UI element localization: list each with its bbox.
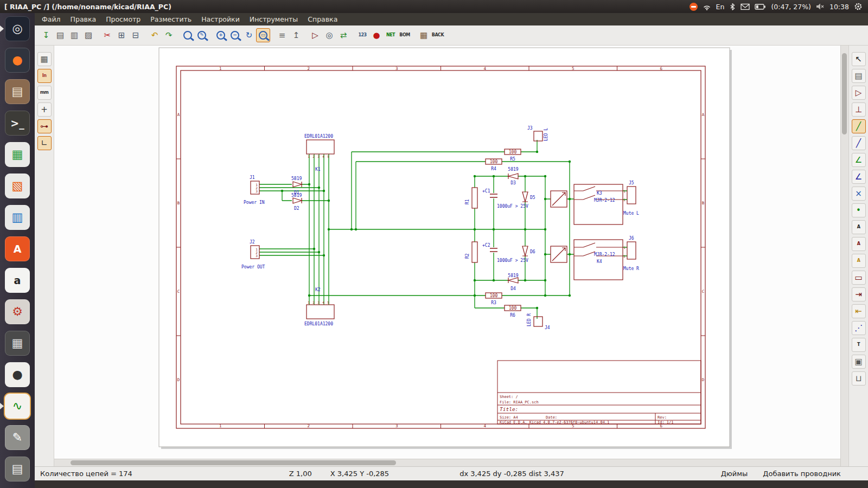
assign-footprints-button[interactable]: ⇄: [336, 28, 350, 42]
undo-button[interactable]: ↶: [148, 28, 162, 42]
zoom-in-button[interactable]: +: [214, 28, 228, 42]
back-annotate-button[interactable]: BACK: [431, 28, 445, 42]
zoom-out-button[interactable]: −: [228, 28, 242, 42]
mail-icon[interactable]: [741, 3, 750, 10]
find-replace-button[interactable]: ✎: [195, 28, 209, 42]
place-wire-tool[interactable]: ╱: [852, 119, 866, 133]
keyboard-layout-indicator[interactable]: En: [716, 3, 725, 11]
page-settings-button[interactable]: ▤: [53, 28, 67, 42]
menu-preferences[interactable]: Настройки: [196, 13, 245, 25]
launcher-text-editor[interactable]: ✎: [5, 425, 30, 450]
place-bus-tool[interactable]: ╱: [852, 136, 866, 150]
volume-muted-icon[interactable]: [816, 3, 825, 10]
sheet-pin-tool[interactable]: ⇤: [852, 304, 866, 318]
hierarchical-label-tool[interactable]: A: [852, 254, 866, 268]
delete-tool[interactable]: ⊔: [852, 371, 866, 386]
svg-text:3: 3: [317, 300, 320, 304]
global-label-tool[interactable]: A: [852, 237, 866, 251]
schematic-canvas[interactable]: EDRL01A1200K1J1Power IN5819D15819D2J2Pow…: [54, 46, 841, 459]
launcher-terminal[interactable]: >_: [5, 111, 30, 136]
launcher-system-settings[interactable]: ⚙: [5, 299, 30, 324]
netlist-button[interactable]: NET: [384, 28, 398, 42]
menu-help[interactable]: Справка: [303, 13, 342, 25]
cursor-shape-button[interactable]: +: [37, 102, 52, 117]
clock[interactable]: 10:38: [829, 3, 849, 11]
battery-icon[interactable]: [755, 3, 766, 10]
redraw-view-button[interactable]: ↻: [242, 28, 256, 42]
svg-text:6: 6: [660, 423, 662, 428]
text-tool[interactable]: T: [852, 338, 866, 352]
place-power-port-tool[interactable]: ⊥: [852, 102, 866, 117]
vertical-scrollbar[interactable]: [840, 46, 848, 466]
launcher-calculator[interactable]: ▦: [5, 331, 30, 356]
horizontal-scrollbar-thumb[interactable]: [71, 460, 396, 465]
units-mm-button[interactable]: mm: [37, 86, 52, 100]
svg-text:Mute L: Mute L: [623, 211, 639, 216]
grid-toggle-button[interactable]: ▦: [37, 52, 52, 66]
battery-text[interactable]: (0:47, 27%): [771, 3, 811, 11]
net-count-status: Количество цепей = 174: [40, 470, 132, 478]
library-editor-button[interactable]: ▷: [308, 28, 322, 42]
launcher-firefox[interactable]: ●: [5, 48, 30, 73]
junction-tool[interactable]: •: [852, 203, 866, 217]
session-gear-icon[interactable]: [854, 2, 863, 11]
menu-file[interactable]: Файл: [37, 13, 66, 25]
wifi-icon[interactable]: [703, 3, 711, 10]
launcher-eeschema[interactable]: ∿: [5, 394, 30, 419]
print-button[interactable]: ▥: [67, 28, 81, 42]
annotate-button[interactable]: 123: [355, 28, 369, 42]
show-hidden-pins-button[interactable]: ⊶: [37, 119, 52, 133]
units-inches-button[interactable]: In: [37, 69, 52, 83]
launcher-software-center[interactable]: A: [5, 236, 30, 261]
launcher-archive-manager[interactable]: ▤: [5, 79, 30, 104]
hv-wires-button[interactable]: ∟: [37, 136, 52, 150]
place-component-tool[interactable]: ▷: [852, 86, 866, 100]
menu-tools[interactable]: Инструменты: [245, 13, 303, 25]
image-tool[interactable]: ▣: [852, 355, 866, 369]
launcher-calculator-icon: ▦: [12, 337, 23, 349]
menu-edit[interactable]: Правка: [66, 13, 101, 25]
footprint-association-button[interactable]: ▦: [417, 28, 431, 42]
erc-button[interactable]: ●: [369, 28, 384, 42]
paste-button[interactable]: ⊟: [129, 28, 143, 42]
launcher-libreoffice-impress[interactable]: ▧: [5, 174, 30, 198]
horizontal-scrollbar[interactable]: [54, 459, 840, 466]
net-label-tool[interactable]: A: [852, 220, 866, 234]
cut-button[interactable]: ✂: [100, 28, 114, 42]
launcher-kicad[interactable]: ◎: [5, 16, 30, 41]
redo-button[interactable]: ↷: [162, 28, 176, 42]
hierarchy-navigator-tool[interactable]: ▤: [852, 69, 866, 83]
leave-sheet-button[interactable]: ↥: [289, 28, 303, 42]
hierarchical-sheet-tool[interactable]: ▭: [852, 271, 866, 285]
window-title: [ RIAA_PC /] (/home/noname/kicad/RIAA_PC…: [4, 3, 171, 11]
separator: [176, 29, 181, 41]
launcher-bird-app[interactable]: ●: [5, 362, 30, 387]
library-browser-button[interactable]: ◎: [322, 28, 336, 42]
plot-button[interactable]: ▨: [81, 28, 95, 42]
hierarchy-navigator-button[interactable]: ≡: [275, 28, 289, 42]
no-connect-tool[interactable]: ×: [852, 187, 866, 201]
zoom-fit-button[interactable]: ▭: [256, 28, 270, 42]
launcher-files-stack[interactable]: ▤: [5, 457, 30, 481]
save-schematic-button[interactable]: ↧: [39, 28, 53, 42]
graphic-line-tool[interactable]: ⋰: [852, 321, 866, 335]
launcher-libreoffice-writer[interactable]: ▥: [5, 205, 30, 230]
separator: [270, 29, 275, 41]
menu-place[interactable]: Разместить: [145, 13, 196, 25]
canvas-area[interactable]: EDRL01A1200K1J1Power IN5819D15819D2J2Pow…: [54, 46, 840, 459]
vertical-scrollbar-thumb[interactable]: [842, 53, 847, 134]
find-button[interactable]: [181, 28, 195, 42]
svg-text:100: 100: [490, 159, 498, 164]
messaging-indicator-icon[interactable]: [690, 3, 698, 11]
wire-to-bus-entry-tool[interactable]: ∠: [852, 153, 866, 167]
launcher-libreoffice-calc[interactable]: ▦: [5, 142, 30, 167]
copy-button[interactable]: ⊞: [114, 28, 129, 42]
import-sheet-pin-tool[interactable]: ⇥: [852, 287, 866, 301]
bus-to-bus-entry-tool[interactable]: ∠: [852, 170, 866, 184]
menu-view[interactable]: Просмотр: [101, 13, 145, 25]
launcher-amazon[interactable]: a: [5, 268, 30, 293]
bom-button[interactable]: BOM: [398, 28, 412, 42]
bluetooth-icon[interactable]: [729, 3, 736, 11]
eeschema-window: ФайлПравкаПросмотрРазместитьНастройкиИнс…: [35, 13, 868, 480]
select-tool[interactable]: ↖: [852, 52, 866, 66]
